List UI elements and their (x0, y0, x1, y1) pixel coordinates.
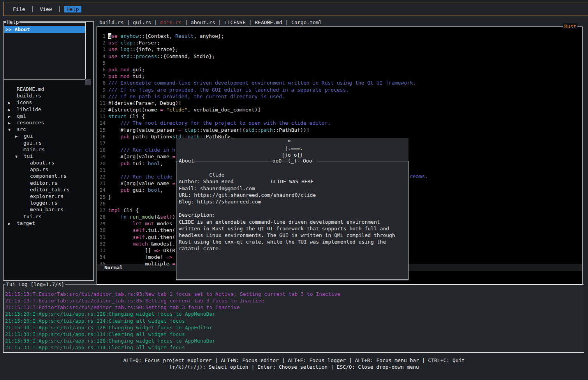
code-line-1[interactable]: 1use anyhow::{Context, Result, anyhow}; (97, 33, 582, 39)
tree-item-label: gui.rs (23, 140, 42, 146)
line-number: 32 (99, 240, 106, 247)
code-line-13[interactable]: 13struct Cli { (97, 113, 582, 120)
menu-item-help[interactable]: Help (64, 6, 81, 12)
tree-item-editor-tab-rs[interactable]: editor_tab.rs (4, 186, 93, 193)
scrollbar-thumb[interactable] (85, 79, 91, 85)
log-entry-info: 21:15:33:I:App:src/tui/app.rs:128:Changi… (5, 338, 583, 344)
about-content: Clide CLIDE WAS HERE Author: Shaun ReedE… (179, 165, 406, 252)
line-number: 33 (99, 247, 106, 254)
line-number: 18 (99, 147, 106, 153)
menu-item-file[interactable]: File (11, 6, 27, 12)
tree-item-tui[interactable]: ▼tui (4, 153, 93, 159)
tree-item-resources[interactable]: ▶resources (4, 119, 93, 126)
tree-item-readme-md[interactable]: README.md (4, 86, 93, 92)
tab-main-rs[interactable]: main.rs (160, 19, 182, 25)
tree-item-label: logger.rs (30, 200, 57, 206)
about-app-name: Clide (209, 172, 224, 178)
about-line-11: Rust using the cxx-qt crate, while the T… (179, 239, 406, 245)
log-entry-info: 21:15:20:I:App:src/tui/app.rs:114:Cleari… (5, 318, 583, 324)
tree-item-app-rs[interactable]: app.rs (4, 166, 93, 173)
tree-item-target[interactable]: ▶target (4, 220, 93, 226)
code-line-4[interactable]: 4use std::process::{Command, Stdio}; (97, 53, 582, 60)
ornament-text: -ooO--(_)--Ooo- (269, 158, 316, 164)
dropdown-item-about[interactable]: >> About (4, 26, 85, 33)
tab-gui-rs[interactable]: gui.rs (133, 19, 151, 25)
line-number: 27 (99, 207, 106, 214)
chevron-down-icon: ▼ (15, 153, 24, 160)
tree-item-editor-rs[interactable]: editor.rs (4, 180, 93, 186)
code-line-11[interactable]: 11#[derive(Parser, Debug)] (97, 100, 582, 106)
chevron-right-icon: ▶ (15, 133, 24, 140)
tree-item-logger-rs[interactable]: logger.rs (4, 200, 93, 206)
tree-item-label: main.rs (23, 147, 45, 152)
line-number: 22 (99, 173, 106, 180)
line-number: 10 (99, 93, 106, 100)
about-line-7: Description: (179, 212, 406, 218)
clide-tui-app: File│View│Help README.mdbuild.rs▶icons▶l… (0, 0, 588, 380)
code-line-2[interactable]: 2use clap::Parser; (97, 39, 582, 46)
line-number: 12 (99, 106, 106, 113)
tab-separator: | (215, 19, 224, 25)
line-number: 34 (99, 254, 106, 260)
tree-item-label: target (17, 220, 35, 226)
line-number: 8 (99, 80, 106, 86)
about-line-12: ratatui crate. (179, 245, 406, 252)
log-entry-trace: 21:15:13:T:EditorTab:src/tui/editor_tab.… (5, 304, 583, 311)
tree-item-label: menu_bar.rs (30, 207, 63, 212)
tree-item-label: qml (17, 113, 26, 119)
code-line-14[interactable]: 14 /// The root directory for the projec… (97, 120, 582, 126)
line-number: 20 (99, 160, 106, 167)
tab-build-rs[interactable]: build.rs (99, 19, 124, 25)
tree-item-gui[interactable]: ▶gui (4, 133, 93, 139)
tab-cargo-toml[interactable]: Cargo.toml (291, 19, 322, 25)
line-number: 9 (99, 87, 106, 93)
keybinding-line-1: ALT+Q: Focus project explorer | ALT+W: F… (0, 357, 588, 364)
tab-separator: | (282, 19, 291, 25)
tree-item-tui-rs[interactable]: tui.rs (4, 213, 93, 220)
tree-item-component-rs[interactable]: component.rs (4, 173, 93, 179)
log-lines: 21:15:13:T:EditorTab:src/tui/editor_tab.… (5, 291, 583, 351)
tree-item-icons[interactable]: ▶icons (4, 99, 93, 106)
tree-item-label: editor_tab.rs (30, 187, 70, 193)
tab-about-rs[interactable]: about.rs (191, 19, 215, 25)
code-line-9[interactable]: 9/// If no flags are provided, the GUI e… (97, 87, 582, 93)
menu-item-view[interactable]: View (37, 6, 54, 12)
tree-item-qml[interactable]: ▶qml (4, 113, 93, 119)
about-line-5: Blog: https://shaunreed.com (179, 198, 406, 205)
chevron-down-icon: ▼ (8, 126, 17, 133)
code-line-12[interactable]: 12#[structopt(name = "clide", verbatim_d… (97, 106, 582, 113)
tab-separator: | (246, 19, 255, 25)
line-number: 1 (99, 33, 106, 39)
line-number: 7 (99, 73, 106, 80)
line-number: 2 (99, 39, 106, 46)
code-line-10[interactable]: 10/// If no path is provided, the curren… (97, 93, 582, 100)
tree-item-main-rs[interactable]: main.rs (4, 146, 93, 153)
line-number: 31 (99, 234, 106, 240)
line-number: 23 (99, 180, 106, 187)
tree-item-libclide[interactable]: ▶libclide (4, 106, 93, 113)
tree-item-build-rs[interactable]: build.rs (4, 92, 93, 99)
log-entry-info: 21:15:33:I:App:src/tui/app.rs:114:Cleari… (5, 344, 583, 351)
tab-readme-md[interactable]: README.md (255, 19, 282, 25)
code-line-5[interactable]: 5 (97, 60, 582, 66)
tui-log-panel: Tui Log [log=1.7/s] 21:15:13:T:EditorTab… (3, 285, 584, 353)
code-line-15[interactable]: 15 #[arg(value_parser = clap::value_pars… (97, 127, 582, 133)
chevron-right-icon: ▶ (8, 113, 17, 120)
about-line-9: written in Rust using the Qt UI framewor… (179, 225, 406, 232)
tree-item-menu-bar-rs[interactable]: menu_bar.rs (4, 206, 93, 213)
code-line-7[interactable]: 7pub mod tui; (97, 73, 582, 80)
log-entry-info: 21:15:30:I:App:src/tui/app.rs:128:Changi… (5, 324, 583, 331)
code-line-3[interactable]: 3use log::{info, trace}; (97, 46, 582, 53)
code-line-8[interactable]: 8/// Extendable command-line driven deve… (97, 80, 582, 86)
tab-separator: | (124, 19, 133, 25)
tree-item-gui-rs[interactable]: gui.rs (4, 140, 93, 146)
tab-license[interactable]: LICENSE (224, 19, 246, 25)
tree-item-label: component.rs (30, 173, 67, 179)
tree-item-about-rs[interactable]: about.rs (4, 159, 93, 166)
ascii-art: * |.===. {}o o{} (282, 138, 303, 159)
tree-item-explorer-rs[interactable]: explorer.rs (4, 193, 93, 200)
code-line-6[interactable]: 6pub mod gui; (97, 66, 582, 73)
tree-item-label: icons (17, 99, 32, 105)
line-number: 11 (99, 100, 106, 106)
tree-item-src[interactable]: ▼src (4, 126, 93, 133)
